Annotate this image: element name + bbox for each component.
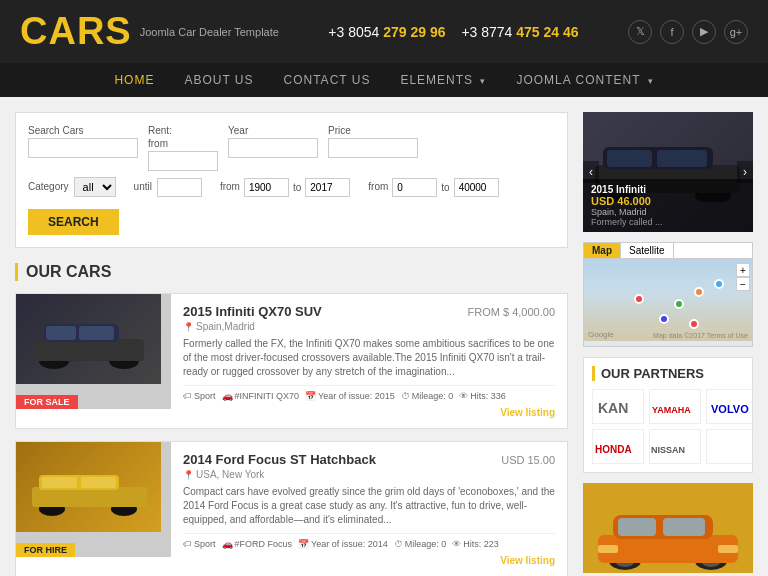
- car-badge-1: FOR SALE: [16, 395, 78, 409]
- search-cars-input[interactable]: [28, 138, 138, 158]
- map-pin-6: [689, 319, 699, 329]
- map-zoom-in[interactable]: +: [736, 263, 750, 277]
- slider-car-desc: Formerly called ...: [591, 217, 745, 227]
- slider-prev-button[interactable]: ‹: [583, 161, 599, 183]
- car-tag-year-1: 📅 Year of issue: 2015: [305, 391, 395, 401]
- rent-label: Rent:: [148, 125, 218, 136]
- car-desc-1: Formerly called the FX, the Infiniti QX7…: [183, 337, 555, 379]
- social-icons: 𝕏 f ▶ g+: [628, 20, 748, 44]
- googleplus-icon[interactable]: g+: [724, 20, 748, 44]
- partners-box: OUR PARTNERS KAN YAMAHA VOLVO: [583, 357, 753, 473]
- car-tag-type-1: 🏷 Sport: [183, 391, 216, 401]
- year-to-input[interactable]: [305, 178, 350, 197]
- car-info-2: 2014 Ford Focus ST Hatchback USD 15.00 U…: [171, 442, 567, 576]
- svg-rect-2: [34, 339, 144, 361]
- navigation: HOME ABOUT US CONTACT US ELEMENTS ▾ JOOM…: [0, 63, 768, 97]
- logo-subtitle: Joomla Car Dealer Template: [140, 26, 279, 38]
- partner-yamaha-svg: YAMAHA: [650, 393, 700, 421]
- search-cars-label: Search Cars: [28, 125, 138, 136]
- joomla-arrow-icon: ▾: [648, 76, 654, 86]
- until-label: until: [134, 181, 152, 192]
- category-label: Category: [28, 181, 69, 192]
- map-pin-3: [659, 314, 669, 324]
- price-range-sep: to: [441, 182, 449, 193]
- map-google-label: Google: [588, 330, 614, 339]
- svg-rect-22: [607, 150, 652, 167]
- car-svg-2: [24, 457, 154, 517]
- rent-from-input[interactable]: [148, 151, 218, 171]
- map-pin-4: [694, 287, 704, 297]
- partner-logo-4: HONDA: [592, 429, 644, 464]
- car-image-1: FOR SALE: [16, 294, 171, 409]
- slider-car-price: USD 46.000: [591, 195, 745, 207]
- map-terms-label: Map data ©2017 Terms of Use: [653, 332, 748, 339]
- car-image-2: FOR HIRE: [16, 442, 171, 557]
- featured-slider: ‹ 2015 Infiniti USD 46.000 Spain, Madrid…: [583, 112, 753, 232]
- slider-image: 2015 Infiniti USD 46.000 Spain, Madrid F…: [583, 112, 753, 232]
- partner-nissan-svg: NISSAN: [650, 433, 700, 461]
- search-box: Search Cars Rent: from Year Price: [15, 112, 568, 248]
- search-button[interactable]: SEARCH: [28, 209, 119, 235]
- car-price-2: USD 15.00: [501, 454, 555, 466]
- price-from-input[interactable]: [392, 178, 437, 197]
- cars-section-title: OUR CARS: [15, 263, 568, 281]
- year-from-input[interactable]: [244, 178, 289, 197]
- phone1-prefix: +3 8054: [328, 24, 379, 40]
- map-pin-2: [674, 299, 684, 309]
- svg-rect-4: [46, 326, 76, 340]
- partner-empty-svg: [707, 433, 757, 461]
- nav-joomla[interactable]: JOOMLA CONTENT ▾: [516, 73, 653, 87]
- nav-contact[interactable]: CONTACT US: [284, 73, 371, 87]
- svg-text:NISSAN: NISSAN: [651, 445, 685, 455]
- table-row: FOR SALE 2015 Infiniti QX70 SUV FROM $ 4…: [15, 293, 568, 429]
- nav-elements[interactable]: ELEMENTS ▾: [400, 73, 486, 87]
- header: CARS Joomla Car Dealer Template +3 8054 …: [0, 0, 768, 63]
- map-pin-1: [634, 294, 644, 304]
- slider-next-button[interactable]: ›: [737, 161, 753, 183]
- partner-logo-2: YAMAHA: [649, 389, 701, 424]
- map-content: + − Google Map data ©2017 Terms of Use: [584, 259, 752, 341]
- left-column: Search Cars Rent: from Year Price: [15, 112, 568, 576]
- svg-rect-11: [81, 477, 116, 488]
- map-tab-satellite[interactable]: Satellite: [621, 243, 674, 258]
- view-listing-2[interactable]: View listing: [500, 555, 555, 566]
- svg-rect-36: [618, 518, 656, 536]
- partners-grid: KAN YAMAHA VOLVO HONDA: [592, 389, 744, 464]
- car-tag-year-2: 📅 Year of issue: 2014: [298, 539, 388, 549]
- svg-text:HONDA: HONDA: [595, 444, 632, 455]
- youtube-icon[interactable]: ▶: [692, 20, 716, 44]
- svg-text:VOLVO: VOLVO: [711, 403, 749, 415]
- nav-home[interactable]: HOME: [114, 73, 154, 87]
- car-tag-hits-2: 👁 Hits: 223: [452, 539, 499, 549]
- svg-text:KAN: KAN: [598, 400, 628, 416]
- car-tag-mileage-1: ⏱ Mileage: 0: [401, 391, 454, 401]
- svg-rect-34: [598, 535, 738, 563]
- price-range-label: from: [368, 181, 388, 192]
- car-tags-2: 🏷 Sport 🚗 #FORD Focus 📅 Year of issue: 2…: [183, 533, 555, 566]
- nav-about[interactable]: ABOUT US: [184, 73, 253, 87]
- svg-rect-23: [657, 150, 707, 167]
- slider-car-title: 2015 Infiniti: [591, 184, 745, 195]
- logo-area: CARS Joomla Car Dealer Template: [20, 10, 279, 53]
- price-to-input[interactable]: [454, 178, 499, 197]
- rent-from-label: from: [148, 138, 218, 149]
- year-input[interactable]: [228, 138, 318, 158]
- facebook-icon[interactable]: f: [660, 20, 684, 44]
- car-location-2: USA, New York: [183, 469, 555, 480]
- map-tab-map[interactable]: Map: [584, 243, 621, 258]
- car-price-1: FROM $ 4,000.00: [468, 306, 555, 318]
- price-input[interactable]: [328, 138, 418, 158]
- car-tag-hits-1: 👁 Hits: 336: [459, 391, 506, 401]
- until-input[interactable]: [157, 178, 202, 197]
- elements-arrow-icon: ▾: [480, 76, 486, 86]
- view-listing-1[interactable]: View listing: [500, 407, 555, 418]
- car-desc-2: Compact cars have evolved greatly since …: [183, 485, 555, 527]
- map-zoom-out[interactable]: −: [736, 277, 750, 291]
- phones: +3 8054 279 29 96 +3 8774 475 24 46: [328, 24, 578, 40]
- map-zoom-controls: + −: [736, 263, 750, 291]
- svg-rect-39: [718, 545, 738, 553]
- twitter-icon[interactable]: 𝕏: [628, 20, 652, 44]
- partner-honda-svg: HONDA: [593, 433, 643, 461]
- year-range-sep: to: [293, 182, 301, 193]
- category-select[interactable]: all: [74, 177, 116, 197]
